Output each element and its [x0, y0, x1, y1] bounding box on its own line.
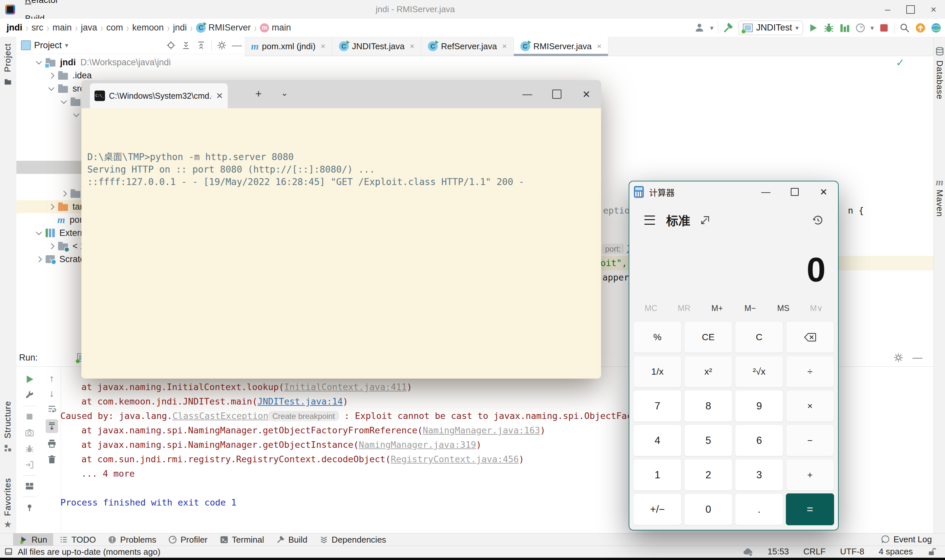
calc-key-×[interactable]: ×	[786, 390, 834, 422]
run-button[interactable]	[808, 22, 819, 34]
calc-key-3[interactable]: 3	[735, 459, 783, 491]
calc-key-CE[interactable]: CE	[684, 321, 733, 353]
tool-window-tab-todo[interactable]: TODO	[53, 534, 102, 546]
calc-maximize-button[interactable]	[780, 182, 809, 202]
editor-tab-pom.xml (jndi)[interactable]: mpom.xml (jndi)×	[245, 37, 332, 56]
hide-panel-icon[interactable]: —	[232, 40, 242, 50]
edit-configuration-icon[interactable]	[25, 390, 34, 401]
sidebar-item-database[interactable]: Database	[934, 46, 945, 99]
calc-minimize-button[interactable]: —	[751, 182, 780, 202]
search-everywhere-icon[interactable]	[899, 22, 910, 34]
calc-key-−[interactable]: −	[786, 425, 834, 456]
new-tab-button[interactable]: +	[255, 87, 262, 100]
stack-trace-link[interactable]: RegistryContext.java:456	[391, 454, 519, 464]
stack-trace-link[interactable]: JNDITest.java:14	[257, 396, 343, 406]
toggle-tool-windows-icon[interactable]	[4, 546, 13, 558]
calc-key-x²[interactable]: x²	[684, 355, 733, 388]
create-breakpoint-hint[interactable]: Create breakpoint	[268, 411, 339, 421]
tool-window-tab-dependencies[interactable]: Dependencies	[313, 534, 392, 546]
stack-trace-link[interactable]: NamingManager.java:163	[423, 425, 540, 435]
editor-tab-RefServer.java[interactable]: CRefServer.java×	[421, 37, 514, 56]
breadcrumb-item[interactable]: jndi	[6, 23, 22, 33]
indent-indicator[interactable]: 4 spaces	[879, 546, 913, 557]
cmd-tab[interactable]: C:\_ C:\Windows\System32\cmd.e ✕	[90, 83, 228, 108]
coverage-button[interactable]	[839, 22, 850, 34]
run-configuration-select[interactable]: JNDITest ▾	[739, 21, 803, 35]
project-panel-title[interactable]: Project	[34, 40, 62, 51]
cloud-sync-icon[interactable]	[743, 546, 753, 557]
calc-key-9[interactable]: 9	[735, 390, 783, 422]
editor-tab-RMIServer.java[interactable]: CRMIServer.java×	[514, 37, 609, 56]
calc-key-.[interactable]: .	[735, 494, 783, 525]
stop-button[interactable]	[879, 22, 890, 34]
cmd-maximize-button[interactable]	[542, 80, 572, 108]
keep-on-top-icon[interactable]	[700, 215, 711, 226]
history-icon[interactable]	[812, 214, 823, 226]
close-tab-icon[interactable]: ×	[321, 42, 325, 51]
chevron-expanded-icon[interactable]	[61, 98, 66, 104]
tool-window-tab-build[interactable]: Build	[270, 534, 313, 546]
breadcrumb-item[interactable]: jndi	[173, 23, 187, 33]
calc-key-²√x[interactable]: ²√x	[735, 355, 783, 388]
soft-wrap-icon[interactable]	[47, 403, 57, 414]
chevron-down-icon[interactable]: ▾	[871, 24, 874, 32]
tool-window-tab-run[interactable]: Run	[13, 534, 53, 546]
calc-key-2[interactable]: 2	[684, 459, 733, 491]
cmd-minimize-button[interactable]: —	[513, 80, 542, 108]
chevron-expanded-icon[interactable]	[73, 111, 79, 117]
memory-button-M−[interactable]: M−	[734, 303, 766, 313]
cmd-output[interactable]: D:\桌面\TMP>python -m http.server 8080Serv…	[82, 108, 601, 378]
hide-panel-icon[interactable]: —	[913, 353, 922, 363]
gear-icon[interactable]	[893, 352, 903, 363]
profiler-button[interactable]	[855, 22, 866, 34]
breadcrumb-item[interactable]: kemoon	[132, 23, 164, 33]
chevron-collapsed-icon[interactable]	[48, 72, 54, 78]
readonly-lock-icon[interactable]	[927, 546, 936, 557]
breadcrumb-item[interactable]: java	[81, 23, 97, 33]
line-separator-indicator[interactable]: CRLF	[803, 546, 826, 557]
build-hammer-icon[interactable]	[723, 22, 734, 34]
debug-button[interactable]	[823, 22, 834, 34]
rerun-button[interactable]	[24, 374, 35, 385]
scroll-to-end-toggle[interactable]	[46, 419, 58, 433]
calc-close-button[interactable]: ✕	[809, 182, 838, 202]
cmd-close-button[interactable]: ✕	[572, 80, 601, 108]
memory-button-M+[interactable]: M+	[702, 303, 733, 313]
breadcrumb-item[interactable]: src	[31, 23, 43, 33]
chevron-expanded-icon[interactable]	[48, 85, 54, 91]
sidebar-item-favorites[interactable]: Favorites ★	[3, 478, 13, 529]
chevron-down-icon[interactable]: ▾	[65, 42, 68, 49]
pin-tab-icon[interactable]	[25, 502, 34, 513]
menu-refactor[interactable]: Refactor	[20, 0, 65, 9]
breadcrumb-item[interactable]: main	[52, 23, 72, 33]
stack-trace-link[interactable]: ClassCastException	[172, 411, 268, 421]
tree-item-jndi[interactable]: jndiD:\Workspace\java\jndi	[16, 56, 245, 69]
calc-key-=[interactable]: =	[786, 494, 834, 525]
chevron-collapsed-icon[interactable]	[48, 243, 54, 249]
chevron-expanded-icon[interactable]	[36, 229, 42, 235]
calc-key-1[interactable]: 1	[633, 459, 682, 491]
calc-key-4[interactable]: 4	[633, 425, 682, 456]
sidebar-item-structure[interactable]: Structure	[3, 401, 13, 454]
print-icon[interactable]	[47, 438, 57, 449]
tool-window-tab-terminal[interactable]: Terminal	[214, 534, 270, 546]
close-tab-icon[interactable]: ×	[410, 42, 414, 51]
calc-key-8[interactable]: 8	[684, 390, 733, 422]
breadcrumb-item[interactable]: mmain	[260, 23, 291, 33]
encoding-indicator[interactable]: UTF-8	[840, 546, 864, 557]
window-maximize-button[interactable]	[899, 0, 922, 19]
layout-icon[interactable]	[25, 481, 34, 492]
stack-trace-link[interactable]: NamingManager.java:319	[359, 440, 476, 450]
breadcrumb-item[interactable]: com	[106, 23, 123, 33]
inspections-ok-icon[interactable]: ✓	[896, 57, 905, 69]
up-stack-trace-icon[interactable]: ↑	[49, 374, 54, 383]
calc-key-+[interactable]: +	[786, 459, 834, 491]
calc-key-+/−[interactable]: +/−	[633, 494, 682, 525]
calculator-title-bar[interactable]: 计算器 — ✕	[629, 182, 838, 202]
gear-icon[interactable]	[217, 40, 227, 51]
calc-key-6[interactable]: 6	[735, 425, 783, 456]
calc-key-%[interactable]: %	[633, 321, 682, 353]
memory-button-MS[interactable]: MS	[768, 303, 799, 313]
user-account-icon[interactable]	[694, 22, 705, 34]
chevron-collapsed-icon[interactable]	[48, 204, 54, 210]
